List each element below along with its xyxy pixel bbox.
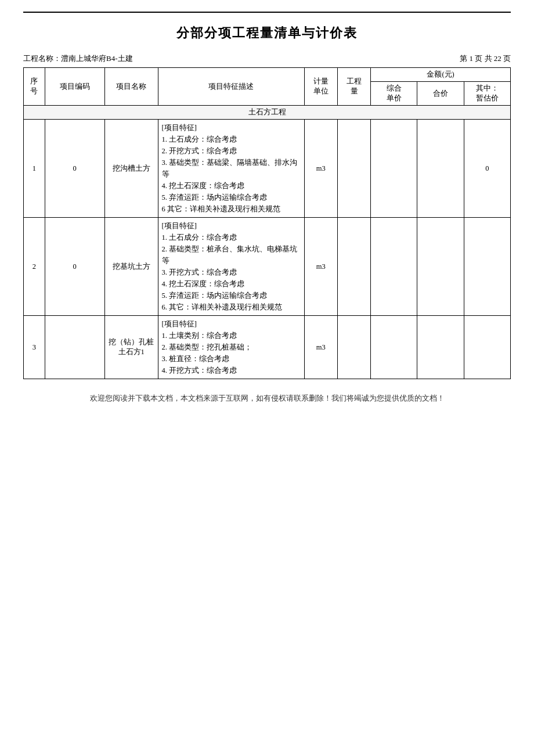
footer-note: 欢迎您阅读并下载本文档，本文档来源于互联网，如有侵权请联系删除！我们将竭诚为您提… — [23, 393, 511, 404]
col-header-name: 项目名称 — [104, 68, 158, 106]
col-header-seq: 序 号 — [24, 68, 45, 106]
table-row: 3 挖（钻）孔桩土石方1 [项目特征] 1. 土壤类别：综合考虑 2. 基础类型… — [24, 316, 511, 379]
row2-estimate — [464, 218, 510, 316]
row2-qty — [337, 218, 370, 316]
row2-unit: m3 — [304, 218, 337, 316]
row1-estimate: 0 — [464, 120, 510, 218]
meta-row: 工程名称：澧南上城华府B4-土建 第 1 页 共 22 页 — [23, 53, 511, 64]
row1-code: 0 — [45, 120, 104, 218]
row2-total — [417, 218, 464, 316]
table-row: 2 0 挖基坑土方 [项目特征] 1. 土石成分：综合考虑 2. 基础类型：桩承… — [24, 218, 511, 316]
col-header-code: 项目编码 — [45, 68, 104, 106]
table-row: 1 0 挖沟槽土方 [项目特征] 1. 土石成分：综合考虑 2. 开挖方式：综合… — [24, 120, 511, 218]
col-header-desc: 项目特征描述 — [158, 68, 304, 106]
col-header-estimate: 其中： 暂估价 — [464, 82, 510, 106]
project-label: 工程名称：澧南上城华府B4-土建 — [23, 53, 133, 64]
row1-name: 挖沟槽土方 — [104, 120, 158, 218]
main-table: 序 号 项目编码 项目名称 项目特征描述 计量 单位 工程 量 金额(元) 综合… — [23, 67, 511, 379]
row1-qty — [337, 120, 370, 218]
col-header-total: 合价 — [417, 82, 464, 106]
row1-unit-price — [371, 120, 417, 218]
row3-total — [417, 316, 464, 379]
row3-unit: m3 — [304, 316, 337, 379]
row3-estimate — [464, 316, 510, 379]
row3-qty — [337, 316, 370, 379]
row2-desc: [项目特征] 1. 土石成分：综合考虑 2. 基础类型：桩承台、集水坑、电梯基坑… — [158, 218, 304, 316]
row1-total — [417, 120, 464, 218]
row2-code: 0 — [45, 218, 104, 316]
row3-name: 挖（钻）孔桩土石方1 — [104, 316, 158, 379]
row2-seq: 2 — [24, 218, 45, 316]
page-info: 第 1 页 共 22 页 — [460, 53, 511, 64]
col-header-unit-price: 综合 单价 — [371, 82, 417, 106]
row2-name: 挖基坑土方 — [104, 218, 158, 316]
col-header-qty: 工程 量 — [337, 68, 370, 106]
top-line — [23, 12, 511, 13]
col-header-amount: 金额(元) — [371, 68, 511, 82]
row3-code — [45, 316, 104, 379]
row2-unit-price — [371, 218, 417, 316]
row1-desc: [项目特征] 1. 土石成分：综合考虑 2. 开挖方式：综合考虑 3. 基础类型… — [158, 120, 304, 218]
row1-seq: 1 — [24, 120, 45, 218]
col-header-unit: 计量 单位 — [304, 68, 337, 106]
page-title: 分部分项工程量清单与计价表 — [23, 24, 511, 42]
section-header-label: 土石方工程 — [24, 106, 511, 120]
row1-unit: m3 — [304, 120, 337, 218]
section-header-row: 土石方工程 — [24, 106, 511, 120]
row3-desc: [项目特征] 1. 土壤类别：综合考虑 2. 基础类型：挖孔桩基础； 3. 桩直… — [158, 316, 304, 379]
row3-seq: 3 — [24, 316, 45, 379]
row3-unit-price — [371, 316, 417, 379]
